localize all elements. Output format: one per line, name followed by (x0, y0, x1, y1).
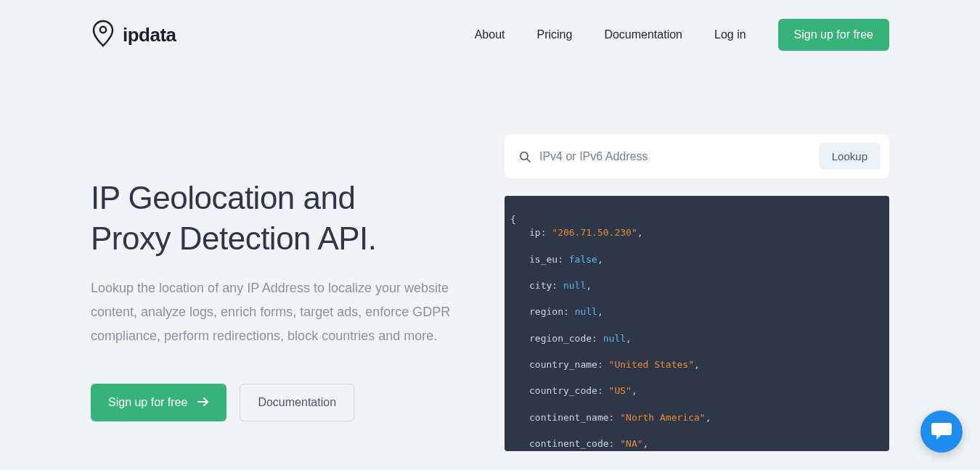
brand-name: ipdata (123, 24, 176, 46)
svg-point-0 (100, 27, 106, 33)
nav-documentation[interactable]: Documentation (604, 28, 682, 41)
api-response-json: { ip: "206.71.50.230", is_eu: false, cit… (510, 213, 876, 451)
arrow-right-icon (197, 396, 209, 409)
hero-title-line1: IP Geolocation and (91, 180, 355, 215)
nav-signup-button[interactable]: Sign up for free (778, 19, 889, 51)
chat-icon (931, 420, 952, 443)
nav-pricing[interactable]: Pricing (536, 28, 572, 41)
logo-pin-icon (91, 20, 115, 50)
brand[interactable]: ipdata (91, 20, 176, 50)
hero-right: Lookup { ip: "206.71.50.230", is_eu: fal… (505, 134, 889, 451)
ip-search-input[interactable] (536, 144, 813, 169)
api-response-scroll[interactable]: { ip: "206.71.50.230", is_eu: false, cit… (505, 196, 889, 451)
top-nav: ipdata About Pricing Documentation Log i… (91, 0, 889, 51)
hero-left: IP Geolocation and Proxy Detection API. … (91, 134, 475, 451)
ip-search-card: Lookup (505, 134, 889, 178)
nav-login[interactable]: Log in (714, 28, 746, 41)
hero-title-line2: Proxy Detection API. (91, 220, 377, 256)
lookup-button[interactable]: Lookup (819, 143, 881, 170)
hero-subtitle: Lookup the location of any IP Address to… (91, 276, 461, 349)
api-response-card: { ip: "206.71.50.230", is_eu: false, cit… (505, 196, 889, 451)
nav-links: About Pricing Documentation Log in Sign … (475, 19, 889, 51)
chat-widget-button[interactable] (920, 411, 963, 453)
documentation-button[interactable]: Documentation (240, 384, 354, 421)
hero-actions: Sign up for free Documentation (91, 384, 475, 421)
signup-button-label: Sign up for free (108, 396, 187, 409)
signup-button[interactable]: Sign up for free (91, 384, 226, 421)
search-icon (519, 151, 531, 162)
hero-title: IP Geolocation and Proxy Detection API. (91, 178, 475, 259)
hero: IP Geolocation and Proxy Detection API. … (91, 134, 889, 451)
nav-about[interactable]: About (475, 28, 505, 41)
